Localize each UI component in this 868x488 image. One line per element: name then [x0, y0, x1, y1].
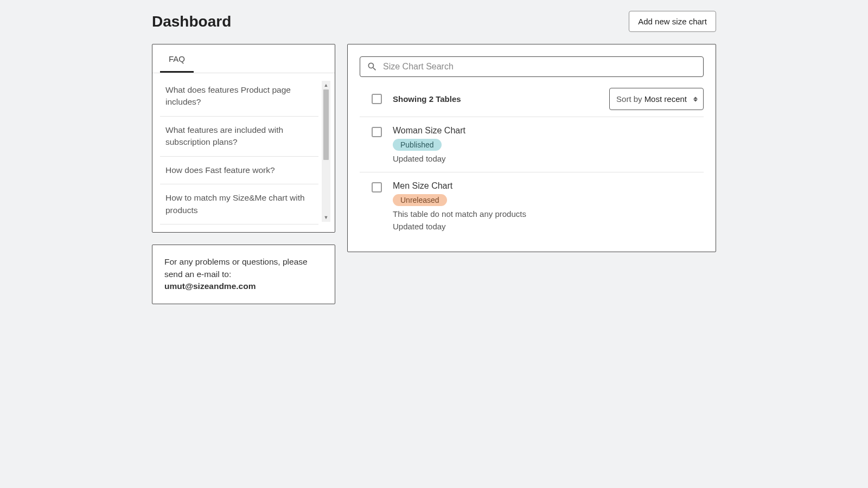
row-checkbox[interactable] [372, 182, 382, 192]
add-size-chart-button[interactable]: Add new size chart [629, 11, 716, 32]
search-input[interactable] [383, 62, 697, 72]
row-warning: This table do not match any products [393, 209, 526, 219]
scroll-up-arrow-icon[interactable]: ▲ [324, 82, 329, 88]
sort-select[interactable]: Sort by Most recent [609, 88, 704, 110]
sort-caret-icon [693, 97, 698, 101]
sort-value: Most recent [644, 94, 687, 104]
scrollbar-thumb[interactable] [323, 89, 329, 160]
row-title: Woman Size Chart [393, 126, 465, 136]
sort-label: Sort by [616, 94, 642, 104]
search-icon [367, 61, 378, 72]
row-title: Men Size Chart [393, 181, 526, 191]
faq-scrollbar[interactable]: ▲ ▼ [322, 81, 330, 222]
status-badge: Published [393, 139, 442, 151]
size-charts-card: Showing 2 Tables Sort by Most recent [347, 44, 716, 252]
table-row[interactable]: Woman Size Chart Published Updated today [360, 117, 704, 172]
faq-card: FAQ What does features Product page incl… [152, 44, 335, 233]
scroll-down-arrow-icon[interactable]: ▼ [324, 214, 329, 221]
tab-faq[interactable]: FAQ [160, 44, 194, 73]
support-text: For any problems or questions, please se… [164, 257, 308, 278]
showing-count: Showing 2 Tables [393, 94, 461, 104]
support-email: umut@sizeandme.com [164, 281, 256, 291]
row-updated: Updated today [393, 154, 465, 163]
row-checkbox[interactable] [372, 127, 382, 137]
table-row[interactable]: Men Size Chart Unreleased This table do … [360, 172, 704, 240]
page-title: Dashboard [152, 13, 231, 30]
search-field[interactable] [360, 56, 704, 77]
faq-item[interactable]: What features are included with subscrip… [160, 117, 318, 157]
select-all-checkbox[interactable] [372, 94, 382, 104]
faq-item[interactable]: What does features Product page includes… [160, 81, 318, 117]
support-card: For any problems or questions, please se… [152, 245, 335, 304]
status-badge: Unreleased [393, 194, 447, 206]
row-updated: Updated today [393, 222, 526, 231]
faq-item[interactable]: How to match my Size&Me chart with produ… [160, 184, 318, 224]
faq-item[interactable]: How does Fast feature work? [160, 157, 318, 184]
